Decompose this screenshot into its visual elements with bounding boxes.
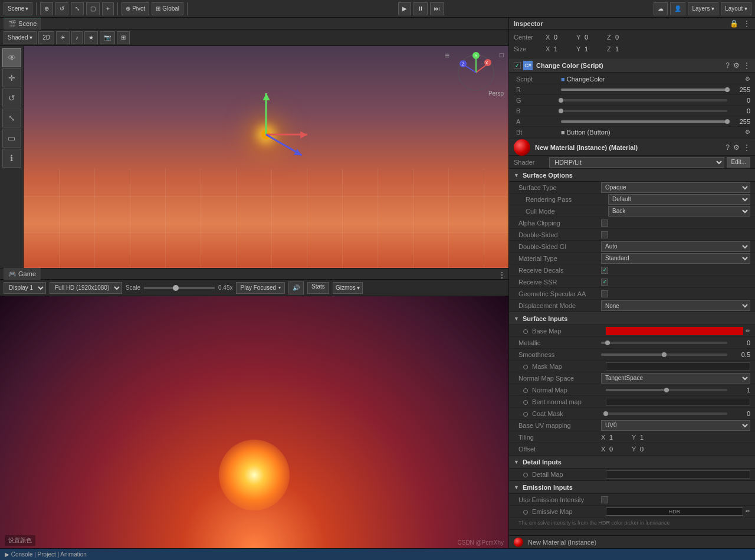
cull-mode-select[interactable]: Back [608,206,750,217]
normal-map-space-select[interactable]: TangentSpace [601,373,750,384]
play-button[interactable]: ▶ [398,2,411,15]
gizmos-btn[interactable]: Gizmos ▾ [333,282,363,294]
coat-mask-slider-track[interactable] [606,412,727,415]
emission-inputs-header[interactable]: ▼ Emission Inputs [509,481,755,494]
display-select[interactable]: Display 1 [4,282,46,294]
displacement-mode-select[interactable]: None [601,300,750,311]
detail-inputs-header[interactable]: ▼ Detail Inputs [509,456,755,469]
alpha-clipping-checkbox[interactable] [601,220,608,227]
script-component-body: Script ■ ChangeColor ⚙ R 255 [509,73,755,139]
tiling-y-axis: Y [632,434,639,441]
rect2-tool[interactable]: ▭ [2,129,21,148]
script-component-header[interactable]: C# Change Color (Script) ? ⚙ ⋮ [509,58,755,73]
scene-audio-btn[interactable]: ♪ [71,31,83,44]
pivot-btn[interactable]: ⊕ Pivot [122,2,149,15]
double-sided-gi-select[interactable]: Auto [601,241,750,252]
shading-mode[interactable]: Shaded ▾ [4,31,37,44]
use-emission-checkbox[interactable] [601,496,608,503]
script-more-icon[interactable]: ⋮ [743,61,750,70]
inspector-lock-icon[interactable]: 🔒 [730,19,738,28]
collab-btn[interactable]: ☁ [654,2,668,15]
resolution-select[interactable]: Full HD (1920x1080) [50,282,122,294]
normal-map-slider-track[interactable] [606,389,727,391]
geometric-specular-checkbox[interactable] [601,290,608,297]
normal-map-text: Normal Map [532,387,567,394]
script-settings-icon[interactable]: ⚙ [733,61,740,70]
surface-type-select[interactable]: Opaque [601,182,750,193]
material-more-icon[interactable]: ⋮ [743,143,750,152]
double-sided-checkbox[interactable] [601,231,608,238]
game-tab[interactable]: 🎮 Game [4,268,41,280]
step-button[interactable]: ⏭ [430,2,444,15]
metallic-slider-track[interactable] [601,342,727,344]
game-more-btn[interactable]: ⋮ [498,270,506,280]
scene-maximize[interactable]: □ [500,51,504,59]
base-map-color[interactable] [606,327,743,335]
base-uv-select[interactable]: UV0 [601,420,750,431]
rotate-tool[interactable]: ↺ [55,2,68,15]
size-y-axis: Y [576,45,583,53]
account-btn[interactable]: 👤 [670,2,685,15]
nav-gizmo-svg: X Y Z [455,52,497,93]
scale-thumb [173,285,179,291]
receive-decals-label: Receive Decals [518,267,601,274]
detail-map-label: Detail Map [523,471,606,478]
rect-tool[interactable]: ▢ [86,2,100,15]
script-settings-btn[interactable]: ⚙ [745,76,750,82]
stats-btn[interactable]: Stats [307,282,329,294]
color-eyedropper-icon[interactable]: ✏ [746,328,750,334]
script-help-icon[interactable]: ? [726,61,730,70]
receive-decals-checkbox[interactable] [601,267,608,274]
g-slider-track[interactable] [561,99,727,101]
scene-dropdown[interactable]: Scene ▾ [4,2,32,15]
scene-light-btn[interactable]: ☀ [56,31,70,44]
layers-btn[interactable]: Layers ▾ [688,2,718,15]
smoothness-slider-track[interactable] [601,353,727,356]
base-map-text: Base Map [532,328,562,335]
r-slider-track[interactable] [561,89,727,91]
material-help-icon[interactable]: ? [726,143,730,152]
transform-tool[interactable]: ⊕ [40,2,53,15]
scene-hamburger[interactable]: ≡ [445,51,449,60]
audio-mute-btn[interactable]: 🔊 [288,281,304,294]
info-tool[interactable]: ℹ [2,149,21,168]
layout-btn[interactable]: Layout ▾ [721,2,751,15]
pause-button[interactable]: ⏸ [413,2,428,15]
bt-settings-btn[interactable]: ⚙ [745,129,750,135]
eye-tool[interactable]: 👁 [2,48,21,67]
global-btn[interactable]: ⊞ Global [152,2,183,15]
surface-inputs-header[interactable]: ▼ Surface Inputs [509,312,755,325]
b-slider-track[interactable] [561,110,727,112]
surface-options-header[interactable]: ▼ Surface Options [509,169,755,182]
zoom-tool[interactable]: ⤡ [2,109,21,127]
hdr-field[interactable]: HDR [606,507,743,516]
scene-fx-btn[interactable]: ★ [84,31,98,44]
receive-ssr-checkbox[interactable] [601,279,608,286]
move-tool[interactable]: ✛ [2,68,21,87]
2d-btn[interactable]: 2D [38,31,54,44]
scene-grid-btn[interactable]: ⊞ [117,31,130,44]
scale-slider[interactable] [144,287,215,289]
inspector-more-icon[interactable]: ⋮ [743,19,750,28]
shader-select[interactable]: HDRP/Lit [549,157,724,168]
game-viewport[interactable]: 设置颜色 CSDN @PcmXhy [0,296,508,548]
orbit-tool[interactable]: ↺ [2,89,21,107]
shader-edit-btn[interactable]: Edit... [727,157,750,168]
play-focused-btn[interactable]: Play Focused ▾ [236,282,285,294]
scale-tool[interactable]: ⤡ [71,2,84,15]
material-settings-icon[interactable]: ⚙ [733,143,740,152]
rendering-pass-select[interactable]: Default [608,194,750,205]
a-slider-track[interactable] [561,120,727,123]
settings-btn[interactable]: 设置颜色 [5,535,35,546]
script-checkbox[interactable] [514,62,521,69]
metallic-label: Metallic [518,339,601,346]
scene-viewport[interactable]: X Y Z Persp ≡ □ [24,46,508,268]
material-type-select[interactable]: Standard [601,253,750,264]
hdr-eyedropper-icon[interactable]: ✏ [746,508,750,515]
scene-cam-btn[interactable]: 📷 [100,31,115,44]
scene-nav-gizmo[interactable]: X Y Z [455,52,497,93]
center-z-value: 0 [615,34,633,41]
combined-tool[interactable]: ⌖ [102,2,114,15]
inspector-icons: 🔒 ⋮ [730,19,750,28]
scene-tab[interactable]: 🎬 Scene [4,18,41,30]
